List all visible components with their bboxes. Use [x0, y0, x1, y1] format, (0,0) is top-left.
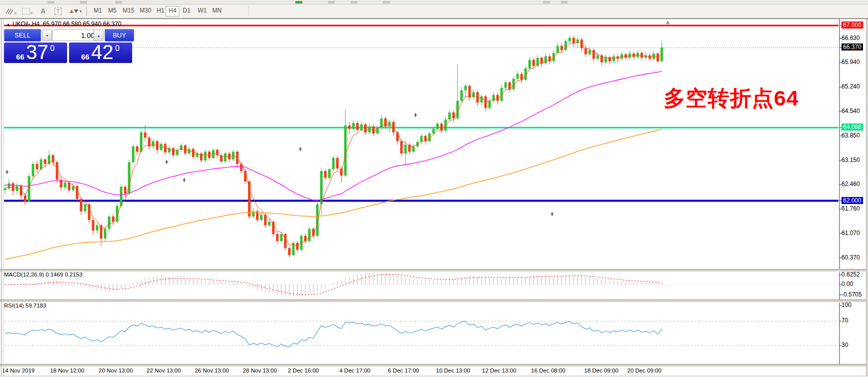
timeframe-button-w1[interactable]: W1 — [195, 6, 209, 16]
timeframe-button-m5[interactable]: M5 — [106, 6, 119, 16]
candle-body — [268, 222, 271, 226]
price-tick-label: 100 — [841, 302, 851, 308]
candle-body — [605, 57, 607, 62]
timeframe-button-mn[interactable]: MN — [210, 6, 224, 16]
arrow-object-marker[interactable] — [165, 160, 168, 164]
collapse-triangle-icon[interactable]: ▲ — [6, 22, 11, 27]
price-tick-label: 65.240 — [841, 83, 860, 90]
toolbar-drag-handle[interactable] — [86, 6, 89, 16]
candle-body — [641, 53, 643, 58]
arrow-object-marker[interactable] — [183, 178, 186, 182]
candle-body — [493, 95, 495, 101]
timeframe-button-h1[interactable]: H1 — [154, 6, 167, 16]
time-tick-label: 28 Nov 13:00 — [243, 368, 277, 374]
indicator-subwindow-icon[interactable]: F — [21, 6, 34, 16]
candle-body — [4, 188, 7, 190]
text-label-icon[interactable]: A — [38, 6, 48, 16]
rsi-line — [5, 321, 662, 347]
chart-shift-marker[interactable] — [666, 20, 670, 24]
price-tick-label: 61.760 — [841, 205, 860, 212]
sell-price-tile[interactable]: 66 37 0 — [4, 42, 67, 63]
candle-body — [533, 60, 535, 66]
candle-body — [280, 234, 283, 241]
candle-body — [348, 126, 351, 129]
candle-body — [400, 141, 403, 154]
candle-body — [609, 57, 611, 61]
chart-toolbar: EFAT▾M1M5M15M30H1H4D1W1MN — [0, 4, 868, 18]
time-tick-label: 18 Nov 12:00 — [50, 368, 84, 374]
sell-price-pips: 37 — [26, 41, 49, 64]
candle-body — [160, 144, 163, 150]
timeframe-button-m1[interactable]: M1 — [91, 6, 105, 16]
candle-body — [485, 96, 487, 108]
window-scrollbar-edge[interactable] — [866, 19, 868, 377]
candle-body — [517, 74, 519, 79]
timeframe-button-m15[interactable]: M15 — [120, 6, 137, 16]
chart-window[interactable]: ▲UKOil-,H4 65.970 66.580 65.940 66.370 S… — [0, 18, 868, 377]
macd-indicator-label: MACD(12,26,9) 0.1469 0.2153 — [4, 272, 83, 278]
candle-body — [144, 132, 147, 138]
dropdown-caret-icon: ▾ — [80, 9, 82, 14]
arrow-object-marker[interactable] — [414, 113, 417, 117]
time-tick-label: 14 Nov 2019 — [2, 368, 35, 374]
candle-body — [360, 124, 363, 130]
candle-body — [40, 160, 43, 170]
rsi-pane-separator[interactable] — [0, 300, 868, 302]
spinner-up-icon: ▴ — [98, 34, 100, 38]
timeframe-button-d1[interactable]: D1 — [180, 6, 193, 16]
candle-body — [104, 229, 107, 239]
volume-decrease-button[interactable]: ▾ — [42, 30, 52, 41]
candle-body — [12, 183, 15, 190]
price-tick-label: 60.370 — [841, 254, 860, 261]
candle-body — [505, 82, 507, 88]
buy-price-tile[interactable]: 66 42 0 — [69, 42, 132, 63]
partial-toolbar-icon — [80, 1, 87, 4]
partial-toolbar-icon — [328, 1, 335, 4]
chart-plot-area[interactable] — [0, 19, 868, 377]
candle-body — [84, 204, 87, 212]
timeframe-button-h4[interactable]: H4 — [166, 6, 179, 16]
buy-button[interactable]: BUY — [105, 29, 134, 42]
candle-body — [72, 186, 75, 190]
indicator-lines-icon[interactable]: E — [4, 6, 18, 16]
candle-body — [352, 123, 355, 129]
arrow-object-marker[interactable] — [6, 170, 9, 174]
candle-body — [180, 146, 183, 150]
arrow-objects-icon[interactable]: ▾ — [67, 6, 84, 16]
candle-body — [312, 229, 315, 236]
partial-toolbar-icon — [383, 1, 390, 4]
candle-body — [308, 229, 311, 242]
price-tick-label: 63.850 — [841, 132, 860, 139]
candle-body — [92, 220, 95, 230]
time-tick-label: 4 Dec 17:00 — [339, 368, 370, 374]
buy-price-point: 0 — [115, 44, 120, 53]
volume-input[interactable] — [52, 30, 99, 41]
text-box-icon[interactable]: T — [52, 6, 64, 16]
partial-toolbar-icon — [350, 1, 357, 4]
time-tick-label: 12 Dec 13:00 — [482, 368, 516, 374]
candle-body — [585, 48, 587, 54]
candle-body — [372, 126, 375, 134]
candle-body — [497, 95, 499, 101]
arrow-object-marker[interactable] — [551, 212, 554, 216]
spinner-down-icon: ▾ — [46, 34, 48, 38]
arrow-object-marker[interactable] — [299, 147, 302, 151]
toolbar-separator — [249, 6, 250, 16]
timeframe-button-m30[interactable]: M30 — [137, 6, 154, 16]
volume-increase-button[interactable]: ▴ — [94, 30, 104, 41]
price-tick-label: -0.5705 — [841, 291, 862, 298]
candle-body — [432, 129, 435, 134]
partial-toolbar-icon-green — [295, 1, 302, 4]
time-tick-label: 16 Dec 08:00 — [531, 368, 565, 374]
candle-body — [200, 154, 203, 160]
candle-body — [597, 56, 599, 59]
price-tick-label: 63.150 — [841, 156, 860, 164]
candle-body — [449, 112, 451, 120]
sell-button[interactable]: SELL — [4, 29, 41, 42]
chart-symbol-label: UKOil-,H4 — [13, 20, 40, 28]
price-tick-label: 62.460 — [841, 180, 860, 188]
macd-pane-separator[interactable] — [0, 269, 868, 272]
partial-toolbar-icon — [543, 1, 550, 4]
candle-body — [260, 215, 263, 220]
price-tick-label: 70 — [841, 317, 848, 324]
